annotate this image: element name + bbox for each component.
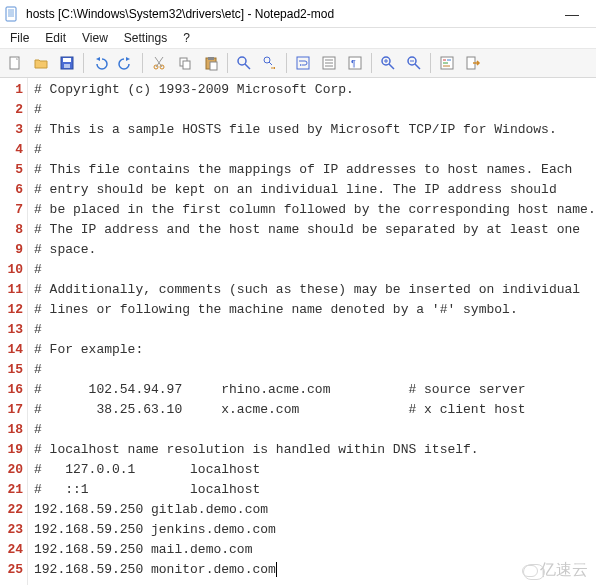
svg-rect-20 (210, 62, 217, 70)
minimize-button[interactable]: — (552, 0, 592, 28)
menu-edit[interactable]: Edit (37, 29, 74, 47)
code-line[interactable]: # (34, 140, 596, 160)
code-line[interactable]: # lines or following the machine name de… (34, 300, 596, 320)
line-number: 6 (0, 180, 27, 200)
line-number: 21 (0, 480, 27, 500)
save-icon[interactable] (55, 51, 79, 75)
toolbar: ¶ (0, 48, 596, 78)
toolbar-separator (371, 53, 372, 73)
code-line[interactable]: # ::1 localhost (34, 480, 596, 500)
line-number: 17 (0, 400, 27, 420)
code-line[interactable]: 192.168.59.250 mail.demo.com (34, 540, 596, 560)
code-line[interactable]: # be placed in the first column followed… (34, 200, 596, 220)
editor[interactable]: 1234567891011121314151617181920212223242… (0, 78, 596, 585)
svg-line-34 (389, 64, 394, 69)
svg-line-38 (415, 64, 420, 69)
exit-icon[interactable] (461, 51, 485, 75)
open-folder-icon[interactable] (29, 51, 53, 75)
svg-marker-10 (96, 57, 100, 61)
line-number: 4 (0, 140, 27, 160)
code-line[interactable]: # Additionally, comments (such as these)… (34, 280, 596, 300)
zoom-out-icon[interactable] (402, 51, 426, 75)
text-caret (276, 562, 277, 577)
svg-point-21 (238, 57, 246, 65)
line-number: 11 (0, 280, 27, 300)
svg-rect-8 (63, 58, 71, 62)
syntax-icon[interactable] (435, 51, 459, 75)
code-line[interactable]: # This file contains the mappings of IP … (34, 160, 596, 180)
code-line[interactable]: 192.168.59.250 jenkins.demo.com (34, 520, 596, 540)
code-line[interactable]: # (34, 100, 596, 120)
line-number: 15 (0, 360, 27, 380)
code-area[interactable]: # Copyright (c) 1993-2009 Microsoft Corp… (28, 78, 596, 585)
menubar: File Edit View Settings ? (0, 28, 596, 48)
line-number: 13 (0, 320, 27, 340)
redo-icon[interactable] (114, 51, 138, 75)
line-number: 1 (0, 80, 27, 100)
code-line[interactable]: # (34, 420, 596, 440)
code-line[interactable]: # 102.54.94.97 rhino.acme.com # source s… (34, 380, 596, 400)
svg-text:¶: ¶ (351, 58, 356, 68)
paste-icon[interactable] (199, 51, 223, 75)
code-line[interactable]: # (34, 260, 596, 280)
code-line[interactable]: # (34, 360, 596, 380)
svg-rect-19 (208, 57, 214, 60)
code-line[interactable]: # This is a sample HOSTS file used by Mi… (34, 120, 596, 140)
copy-icon[interactable] (173, 51, 197, 75)
word-wrap-icon[interactable] (291, 51, 315, 75)
code-line[interactable]: 192.168.59.250 monitor.demo.com (34, 560, 596, 580)
line-number: 24 (0, 540, 27, 560)
line-number-gutter: 1234567891011121314151617181920212223242… (0, 78, 28, 585)
menu-file[interactable]: File (2, 29, 37, 47)
watermark: 亿速云 (522, 560, 588, 581)
undo-icon[interactable] (88, 51, 112, 75)
line-number: 7 (0, 200, 27, 220)
menu-help[interactable]: ? (175, 29, 198, 47)
toolbar-separator (286, 53, 287, 73)
menu-view[interactable]: View (74, 29, 116, 47)
code-line[interactable]: # 127.0.0.1 localhost (34, 460, 596, 480)
svg-line-22 (245, 64, 250, 69)
window-title: hosts [C:\Windows\System32\drivers\etc] … (26, 7, 552, 21)
line-number: 9 (0, 240, 27, 260)
code-line[interactable]: # Copyright (c) 1993-2009 Microsoft Corp… (34, 80, 596, 100)
menu-settings[interactable]: Settings (116, 29, 175, 47)
watermark-text: 亿速云 (540, 560, 588, 581)
line-number: 16 (0, 380, 27, 400)
titlebar: hosts [C:\Windows\System32\drivers\etc] … (0, 0, 596, 28)
line-number: 3 (0, 120, 27, 140)
toolbar-separator (430, 53, 431, 73)
svg-marker-11 (126, 57, 130, 61)
code-line[interactable]: # localhost name resolution is handled w… (34, 440, 596, 460)
code-line[interactable]: 192.168.59.250 gitlab.demo.com (34, 500, 596, 520)
line-number: 8 (0, 220, 27, 240)
line-number: 12 (0, 300, 27, 320)
app-icon (4, 6, 20, 22)
code-line[interactable]: # For example: (34, 340, 596, 360)
cut-icon[interactable] (147, 51, 171, 75)
line-number: 18 (0, 420, 27, 440)
toolbar-separator (142, 53, 143, 73)
toolbar-separator (83, 53, 84, 73)
code-line[interactable]: # entry should be kept on an individual … (34, 180, 596, 200)
svg-line-24 (269, 62, 272, 65)
toolbar-separator (227, 53, 228, 73)
line-numbers-icon[interactable] (317, 51, 341, 75)
line-number: 14 (0, 340, 27, 360)
line-number: 19 (0, 440, 27, 460)
code-line[interactable]: # (34, 320, 596, 340)
zoom-in-icon[interactable] (376, 51, 400, 75)
line-number: 2 (0, 100, 27, 120)
line-number: 22 (0, 500, 27, 520)
replace-icon[interactable] (258, 51, 282, 75)
code-line[interactable]: # 38.25.63.10 x.acme.com # x client host (34, 400, 596, 420)
code-line[interactable]: # space. (34, 240, 596, 260)
svg-rect-17 (183, 61, 190, 69)
line-number: 5 (0, 160, 27, 180)
new-file-icon[interactable] (3, 51, 27, 75)
find-icon[interactable] (232, 51, 256, 75)
whitespace-icon[interactable]: ¶ (343, 51, 367, 75)
line-number: 10 (0, 260, 27, 280)
code-line[interactable]: # The IP address and the host name shoul… (34, 220, 596, 240)
line-number: 25 (0, 560, 27, 580)
